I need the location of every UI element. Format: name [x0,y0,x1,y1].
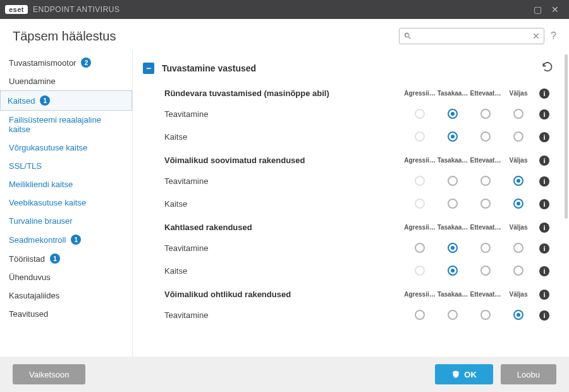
column-header: Ettevaat… [469,224,502,231]
column-header: Väljas [502,157,535,164]
sidebar-item-label: Ühenduvus [9,273,51,282]
radio-option[interactable] [448,109,458,119]
info-icon[interactable]: i [539,199,549,209]
radio-option[interactable] [513,199,523,209]
setting-label: Kaitse [164,199,403,209]
radio-option[interactable] [415,243,425,253]
sidebar-item-label: Failisüsteemi reaalajaline kaitse [9,115,123,134]
sidebar-item-notifications[interactable]: Teavitused [0,305,132,323]
search-icon [403,32,412,40]
sidebar-item-protections[interactable]: Kaitsed 1 [0,90,132,111]
cancel-button[interactable]: Loobu [501,364,556,384]
revert-icon[interactable] [541,61,554,76]
defaults-button[interactable]: Vaiketsoon [13,364,85,384]
radio-option[interactable] [513,310,523,320]
ok-label: OK [464,370,477,379]
radio-option[interactable] [480,176,491,186]
radio-option[interactable] [448,310,458,320]
product-name: ENDPOINT ANTIVIRUS [33,5,119,14]
info-icon[interactable]: i [539,290,549,300]
radio-option[interactable] [480,310,491,320]
radio-option[interactable] [480,199,491,209]
radio-option[interactable] [448,243,458,253]
radio-option[interactable] [513,266,523,276]
count-badge: 1 [40,95,50,106]
group-title: Võimalikud ohtlikud rakendused [164,290,403,299]
radio-option[interactable] [513,132,523,142]
sidebar: Tuvastamismootor 2 Uuendamine Kaitsed 1 … [0,51,133,357]
info-icon[interactable]: i [539,243,549,254]
sidebar-item-secure-browser[interactable]: Turvaline brauser [0,212,132,230]
radio-option[interactable] [480,266,491,276]
radio-option[interactable] [415,310,425,320]
radio-option[interactable] [513,176,523,186]
setting-label: Teavitamine [164,310,403,320]
column-header: Väljas [502,224,535,231]
setting-row: Kaitsei [137,125,560,148]
radio-option[interactable] [448,199,458,209]
clear-search-icon[interactable]: ✕ [532,31,540,41]
info-icon[interactable]: i [539,156,549,166]
radio-option [415,266,425,276]
sidebar-item-device-control[interactable]: Seadmekontroll 1 [0,230,132,249]
radio-option[interactable] [513,243,523,253]
group-title: Kahtlased rakendused [164,223,403,232]
sidebar-item-label: Tuvastamismootor [9,58,76,68]
help-icon[interactable]: ? [551,30,556,42]
sidebar-item-network[interactable]: Võrgukasutuse kaitse [0,138,132,157]
column-header: Tasakaa… [436,90,469,97]
search-box[interactable]: ✕ [399,28,544,44]
info-icon[interactable]: i [539,266,549,276]
window-close-icon[interactable]: ✕ [546,1,564,18]
radio-option[interactable] [480,243,491,253]
sidebar-item-label: Meilikliendi kaitse [9,180,73,189]
sidebar-item-label: Seadmekontroll [9,235,66,245]
header: Täpsem häälestus ✕ ? [0,19,569,51]
column-header: Ettevaat… [469,90,502,97]
scrollbar[interactable] [565,54,568,219]
sidebar-item-label: Tööriistad [9,254,45,264]
column-header: Ettevaat… [469,291,502,298]
sidebar-item-connectivity[interactable]: Ühenduvus [0,268,132,286]
info-icon[interactable]: i [539,109,549,119]
radio-option[interactable] [480,109,491,119]
radio-option[interactable] [480,132,491,142]
window-maximize-icon[interactable]: ▢ [529,1,546,18]
column-header: Väljas [502,291,535,298]
radio-option[interactable] [448,176,458,186]
setting-label: Kaitse [164,132,403,142]
sidebar-item-mail[interactable]: Meilikliendi kaitse [0,175,132,193]
setting-row: Teavitaminei [137,303,560,326]
sidebar-item-label: Kaitsed [8,96,35,106]
main-panel: − Tuvastamine vastused Ründevara tuvasta… [133,51,569,357]
radio-option[interactable] [448,132,458,142]
titlebar: eset ENDPOINT ANTIVIRUS ▢ ✕ [0,0,569,19]
radio-option [415,176,425,186]
sidebar-item-detection-engine[interactable]: Tuvastamismootor 2 [0,53,132,72]
sidebar-item-tools[interactable]: Tööriistad 1 [0,249,132,268]
setting-label: Teavitamine [164,243,403,253]
info-icon[interactable]: i [539,89,549,99]
radio-option[interactable] [513,109,523,119]
search-input[interactable] [416,32,529,40]
info-icon[interactable]: i [539,132,549,142]
setting-label: Kaitse [164,266,403,276]
sidebar-item-web[interactable]: Veebikasutuse kaitse [0,193,132,212]
setting-row: Teavitaminei [137,169,560,192]
collapse-icon[interactable]: − [143,63,154,74]
section-header: − Tuvastamine vastused [137,56,560,81]
info-icon[interactable]: i [539,176,549,187]
section-title: Tuvastamine vastused [162,63,541,73]
count-badge: 2 [81,58,91,68]
sidebar-item-realtime-fs[interactable]: Failisüsteemi reaalajaline kaitse [0,111,132,138]
sidebar-item-ssltls[interactable]: SSL/TLS [0,157,132,175]
sidebar-item-ui[interactable]: Kasutajaliides [0,286,132,305]
setting-label: Teavitamine [164,176,403,186]
radio-option[interactable] [448,266,458,276]
ok-button[interactable]: OK [435,364,493,384]
info-icon[interactable]: i [539,310,549,321]
column-header: Agressii… [403,90,436,97]
shield-icon [451,370,460,379]
sidebar-item-update[interactable]: Uuendamine [0,72,132,90]
info-icon[interactable]: i [539,223,549,233]
